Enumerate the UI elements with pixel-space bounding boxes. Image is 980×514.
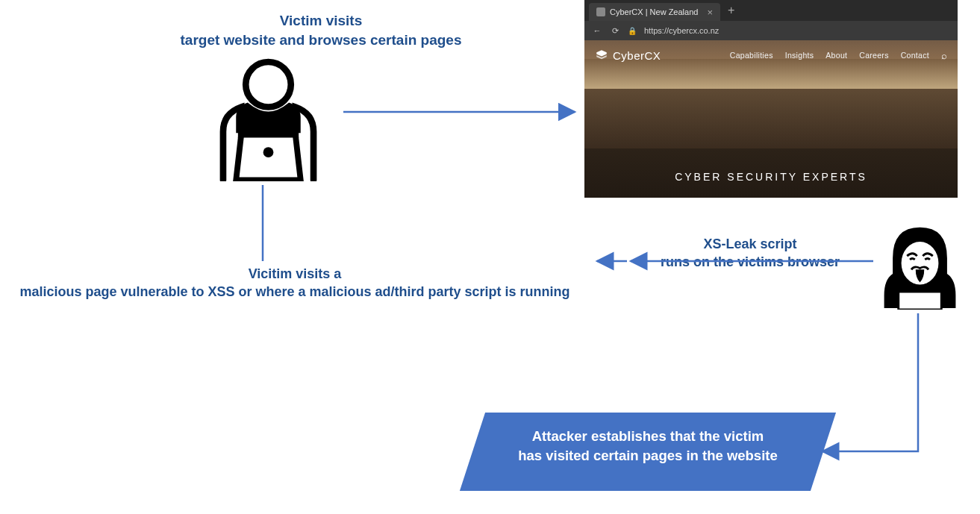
label-text: Vicitim visits a (249, 266, 342, 281)
svg-rect-3 (899, 292, 942, 310)
svg-point-0 (246, 62, 291, 107)
logo-icon (595, 48, 608, 62)
label-text: Victim visits (280, 13, 363, 28)
browser-tab[interactable]: CyberCX | New Zealand × (589, 3, 720, 21)
nav-about[interactable]: About (825, 51, 847, 60)
site-logo[interactable]: CyberCX (595, 48, 661, 62)
hero-tagline: CYBER SECURITY EXPERTS (584, 171, 958, 183)
nav-contact[interactable]: Contact (901, 51, 929, 60)
tab-title: CyberCX | New Zealand (610, 7, 698, 16)
label-text: target website and browses certain pages (181, 32, 462, 48)
browser-window: CyberCX | New Zealand × + ← ⟳ 🔒 https://… (584, 0, 958, 198)
back-icon[interactable]: ← (592, 26, 602, 35)
close-icon[interactable]: × (707, 7, 713, 18)
address-url[interactable]: https://cybercx.co.nz (644, 26, 719, 35)
result-line: has visited certain pages in the website (518, 448, 778, 463)
lock-icon: 🔒 (628, 27, 637, 35)
label-xs-leak-script: XS-Leak script runs on the victims brows… (627, 235, 873, 272)
hooded-hacker-icon (877, 224, 963, 310)
arrow-attacker-to-result (823, 313, 918, 451)
label-text: runs on the victims browser (661, 254, 840, 269)
svg-point-1 (263, 147, 274, 157)
site-navigation: CyberCX Capabilities Insights About Care… (584, 40, 958, 70)
favicon-icon (596, 7, 605, 16)
nav-insights[interactable]: Insights (785, 51, 814, 60)
nav-careers[interactable]: Careers (859, 51, 888, 60)
nav-capabilities[interactable]: Capabilities (730, 51, 773, 60)
search-icon[interactable]: ⌕ (941, 50, 947, 61)
new-tab-button[interactable]: + (728, 4, 734, 17)
browser-tab-bar: CyberCX | New Zealand × + (584, 0, 958, 21)
result-text: Attacker establishes that the victim has… (472, 427, 823, 466)
label-text: XS-Leak script (703, 236, 796, 251)
refresh-icon[interactable]: ⟳ (610, 26, 620, 36)
user-laptop-icon (204, 52, 333, 179)
label-victim-visits-malicious: Vicitim visits a malicious page vulnerab… (4, 265, 586, 301)
label-victim-visits-target: Victim visits target website and browses… (104, 11, 537, 49)
browser-address-bar: ← ⟳ 🔒 https://cybercx.co.nz (584, 21, 958, 40)
result-line: Attacker establishes that the victim (532, 428, 764, 444)
label-text: malicious page vulnerable to XSS or wher… (19, 284, 569, 299)
logo-text: CyberCX (613, 49, 661, 62)
